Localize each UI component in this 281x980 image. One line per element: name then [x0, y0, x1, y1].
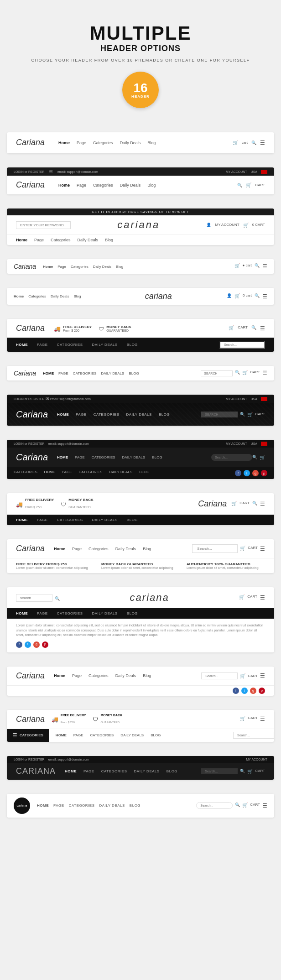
h7-search-icon[interactable]: [235, 370, 240, 376]
h13-cart-icon[interactable]: [240, 673, 245, 678]
h3-nav-categories[interactable]: Categories: [51, 238, 71, 242]
h3-search-input[interactable]: [16, 221, 71, 229]
h13-nav-home[interactable]: Home: [54, 673, 65, 678]
h9-sub-blog[interactable]: BLOG: [139, 470, 149, 476]
h14-nav-categories[interactable]: CATEGORIES: [90, 733, 114, 737]
h14-menu-icon[interactable]: [260, 716, 265, 722]
h1-search-icon[interactable]: [251, 141, 256, 145]
h9-search-icon[interactable]: [252, 455, 257, 460]
h13-menu-icon[interactable]: [260, 672, 265, 679]
h4-nav-page[interactable]: Page: [57, 265, 66, 269]
h15-nav-page[interactable]: PAGE: [83, 769, 94, 773]
h5-nav-home[interactable]: Home: [14, 294, 24, 298]
h8-account[interactable]: MY ACCOUNT: [226, 397, 247, 401]
h14-nav-deals[interactable]: DAILY DEALS: [120, 733, 144, 737]
h4-nav-home[interactable]: Home: [43, 265, 53, 269]
h13-pi-icon[interactable]: p: [259, 688, 265, 694]
h7-nav-deals[interactable]: DAILY DEALS: [101, 371, 125, 375]
h6-nav-categories[interactable]: CATEGORIES: [57, 343, 83, 347]
h2-nav-page[interactable]: Page: [77, 183, 86, 188]
h16-nav-categories[interactable]: CATEGORIES: [69, 803, 95, 808]
h8-login[interactable]: LOGIN or REGISTER: [14, 397, 45, 401]
h9-sub-home[interactable]: HOME: [44, 470, 55, 476]
h9-sub-categories[interactable]: CATEGORIES: [14, 470, 37, 476]
h8-nav-page[interactable]: PAGE: [76, 412, 87, 417]
h11-search-input[interactable]: [192, 544, 238, 553]
h14-search-input[interactable]: [233, 732, 274, 739]
h16-nav-blog[interactable]: BLOG: [130, 803, 140, 808]
h9-nav-page[interactable]: PAGE: [75, 455, 85, 459]
h7-menu-icon[interactable]: [262, 370, 267, 376]
h6-search-icon[interactable]: [251, 325, 256, 332]
h16-nav-deals[interactable]: DAILY DEALS: [99, 803, 125, 808]
h12-cart-icon[interactable]: [239, 594, 245, 601]
h14-cart-icon[interactable]: [240, 716, 245, 722]
h7-nav-page[interactable]: PAGE: [58, 371, 68, 375]
h10-menu-icon[interactable]: [260, 501, 265, 507]
h1-nav-page[interactable]: Page: [77, 141, 86, 145]
h12-gp-icon[interactable]: g: [33, 641, 40, 648]
h9-sub-deals[interactable]: DAILY DEALS: [109, 470, 132, 476]
h1-nav-deals[interactable]: Daily Deals: [120, 141, 141, 145]
h8-usa[interactable]: USA: [251, 397, 257, 401]
h7-nav-home[interactable]: HOME: [43, 371, 54, 375]
h5-nav-deals[interactable]: Daily Deals: [51, 294, 69, 298]
h5-user-icon[interactable]: [227, 293, 232, 300]
h6-search-input[interactable]: [219, 341, 265, 349]
h16-nav-home[interactable]: HOME: [37, 803, 49, 808]
h2-nav-categories[interactable]: Categories: [93, 183, 113, 188]
h9-twitter-icon[interactable]: t: [244, 470, 250, 476]
h2-usa[interactable]: USA: [251, 170, 257, 173]
h15-nav-home[interactable]: HOME: [65, 769, 77, 773]
h6-nav-blog[interactable]: BLOG: [127, 343, 138, 347]
h9-nav-blog[interactable]: BLOG: [152, 455, 162, 459]
h6-nav-home[interactable]: HOME: [16, 343, 28, 347]
h9-sub-page[interactable]: PAGE: [62, 470, 72, 476]
h13-fb-icon[interactable]: f: [233, 688, 239, 694]
h6-nav-deals[interactable]: DAILY DEALS: [92, 343, 118, 347]
h13-nav-categories[interactable]: Categories: [88, 673, 109, 678]
h12-nav-categories[interactable]: CATEGORIES: [57, 611, 83, 615]
h2-account[interactable]: MY ACCOUNT: [226, 170, 247, 173]
h11-nav-blog[interactable]: Blog: [143, 547, 151, 551]
h15-login[interactable]: LOGIN or REGISTER: [14, 758, 45, 761]
h13-tw-icon[interactable]: t: [241, 688, 248, 694]
h4-nav-deals[interactable]: Daily Deals: [93, 265, 111, 269]
h11-menu-icon[interactable]: [260, 546, 265, 552]
h3-nav-blog[interactable]: Blog: [105, 238, 113, 242]
h10-search-icon[interactable]: [252, 501, 257, 507]
h12-search-input[interactable]: [16, 594, 52, 602]
h13-nav-page[interactable]: Page: [72, 673, 82, 678]
h9-account[interactable]: MY ACCOUNT: [226, 442, 247, 445]
h11-nav-deals[interactable]: Daily Deals: [115, 547, 136, 551]
h10-nav-page[interactable]: PAGE: [37, 518, 48, 522]
h9-nav-categories[interactable]: CATEGORIES: [92, 455, 115, 459]
h2-cart-icon[interactable]: [246, 182, 251, 188]
h13-nav-blog[interactable]: Blog: [143, 673, 151, 678]
h12-search-icon[interactable]: [55, 594, 60, 602]
h7-nav-blog[interactable]: BLOG: [129, 371, 139, 375]
h15-account[interactable]: MY ACCOUNT: [246, 758, 267, 761]
h8-nav-blog[interactable]: BLOG: [159, 412, 170, 417]
h9-pinterest-icon[interactable]: p: [261, 470, 267, 476]
h14-nav-blog[interactable]: BLOG: [151, 733, 161, 737]
h8-nav-deals[interactable]: DAILY DEALS: [126, 412, 152, 417]
h2-nav-deals[interactable]: Daily Deals: [120, 183, 141, 188]
h12-pi-icon[interactable]: p: [42, 641, 48, 648]
h9-cart-icon[interactable]: [260, 455, 265, 460]
h2-search-icon[interactable]: [237, 183, 242, 188]
h3-nav-deals[interactable]: Daily Deals: [78, 238, 99, 242]
h12-nav-deals[interactable]: DAILY DEALS: [92, 611, 118, 615]
h15-search-input[interactable]: [201, 768, 238, 774]
h11-nav-page[interactable]: Page: [72, 547, 82, 551]
h6-cart-icon[interactable]: [229, 325, 234, 332]
h5-search-icon[interactable]: [255, 293, 260, 300]
h11-cart-icon[interactable]: [240, 546, 245, 552]
h15-search-icon[interactable]: [240, 769, 245, 774]
h13-gp-icon[interactable]: g: [250, 688, 256, 694]
h14-nav-home[interactable]: HOME: [56, 733, 67, 737]
h1-nav-blog[interactable]: Blog: [147, 141, 156, 145]
h10-nav-home[interactable]: HOME: [16, 518, 28, 522]
h3-nav-page[interactable]: Page: [34, 238, 44, 242]
h12-nav-home[interactable]: HOME: [16, 611, 28, 615]
